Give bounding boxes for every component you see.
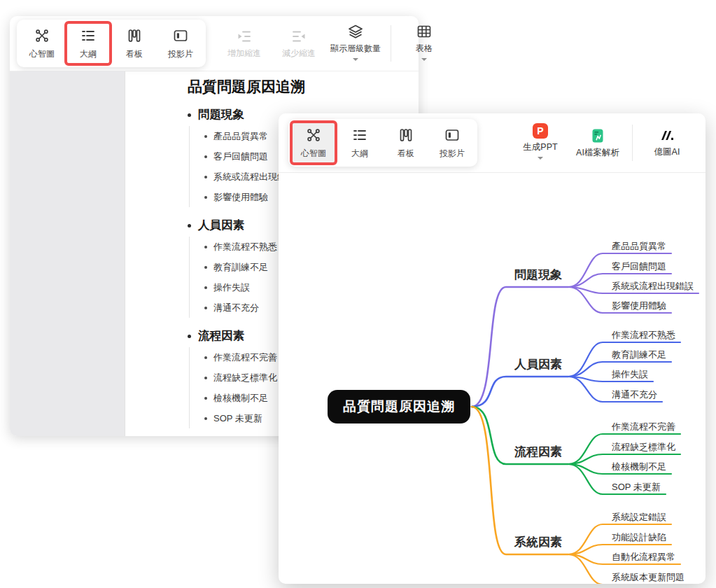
view-tab-group: 心智圖 大綱 看板 <box>288 119 477 167</box>
mindmap-leaf-node[interactable]: 作業流程不熟悉 <box>612 329 675 342</box>
mindmap-topic-node[interactable]: 流程因素 <box>514 444 562 460</box>
tab-mindmap[interactable]: 心智圖 <box>290 121 337 164</box>
action-label: 生成PPT <box>523 141 557 153</box>
mindmap-root-node[interactable]: 品質問題原因追溯 <box>328 390 470 424</box>
mindmap-leaf-node[interactable]: 流程缺乏標準化 <box>612 441 675 454</box>
outline-icon <box>80 27 97 44</box>
kanban-icon <box>126 27 143 44</box>
bullet-icon <box>204 377 207 379</box>
mindmap-leaf-node[interactable]: 客戶回饋問題 <box>612 260 666 273</box>
tab-label: 心智圖 <box>301 148 326 160</box>
tab-label: 看板 <box>398 148 414 160</box>
mindmap-leaf-node[interactable]: SOP 未更新 <box>612 481 661 493</box>
outline-item-label: 溝通不充分 <box>213 302 259 314</box>
bullet-icon <box>204 176 207 178</box>
bullet-icon <box>204 356 207 359</box>
mindmap-leaf-node[interactable]: 教育訓練不足 <box>612 349 666 361</box>
tab-slides[interactable]: 投影片 <box>157 22 204 65</box>
mindmap-leaf-node[interactable]: 影響使用體驗 <box>612 300 666 312</box>
mindmap-leaf-node[interactable]: 檢核機制不足 <box>612 461 666 473</box>
toolbar-actions: P 生成PPT AI檔案解析 <box>512 123 696 162</box>
mindmap-topic-node[interactable]: 問題現象 <box>514 267 562 283</box>
indent-decrease-icon <box>290 28 307 45</box>
table-button[interactable]: 表格 <box>397 20 451 66</box>
ai-document-icon <box>589 127 606 144</box>
action-label: 億圖AI <box>654 146 680 158</box>
mindmap-leaf-node[interactable]: 系統設定錯誤 <box>612 511 666 524</box>
outline-tools: 增加縮進 減少縮進 顯示層級數量 <box>217 20 451 66</box>
tab-label: 大綱 <box>80 48 97 60</box>
mindmap-leaf-node[interactable]: 產品品質異常 <box>612 240 666 253</box>
mindmap-leaf-node[interactable]: 操作失誤 <box>612 368 648 381</box>
bullet-icon <box>188 113 191 117</box>
mindmap-branch-line <box>472 407 568 554</box>
tab-kanban[interactable]: 看板 <box>111 22 157 65</box>
mindmap-leaf-node[interactable]: 功能設計缺陷 <box>612 531 666 544</box>
slides-icon <box>444 127 461 144</box>
mindmap-leaf-node[interactable]: 系統版本更新問題 <box>612 571 685 584</box>
mindmap-window-toolbar: 心智圖 大綱 看板 <box>279 113 706 173</box>
tool-label: 表格 <box>416 43 433 55</box>
bullet-icon <box>204 135 207 138</box>
tab-label: 投影片 <box>168 48 193 60</box>
layers-icon <box>347 23 364 40</box>
bullet-icon <box>204 266 207 269</box>
decrease-indent-button[interactable]: 減少縮進 <box>272 20 326 66</box>
outline-item-label: 作業流程不完善 <box>213 351 277 364</box>
kanban-icon <box>398 127 414 144</box>
increase-indent-button[interactable]: 增加縮進 <box>217 20 272 66</box>
caret-down-icon <box>353 58 358 64</box>
mindmap-icon <box>305 127 322 144</box>
mindmap-icon <box>34 27 50 44</box>
mindmap-canvas[interactable]: 品質問題原因追溯 問題現象產品品質異常客戶回饋問題系統或流程出現錯誤影響使用體驗… <box>279 173 706 584</box>
action-label: AI檔案解析 <box>576 147 619 159</box>
bullet-icon <box>204 286 207 289</box>
tab-label: 投影片 <box>440 148 465 160</box>
ai-file-analysis-button[interactable]: AI檔案解析 <box>569 127 626 159</box>
tab-outline[interactable]: 大綱 <box>65 22 111 65</box>
bullet-icon <box>204 196 207 199</box>
tab-slides[interactable]: 投影片 <box>429 121 475 164</box>
mindmap-topic-node[interactable]: 人員因素 <box>514 356 562 372</box>
table-icon <box>416 23 433 40</box>
outline-icon <box>351 127 368 144</box>
mindmap-leaf-node[interactable]: 作業流程不完善 <box>612 421 675 433</box>
caret-down-icon <box>421 58 427 64</box>
collapsed-side-panel <box>10 71 125 436</box>
toolbar-divider <box>391 25 391 62</box>
tab-kanban[interactable]: 看板 <box>383 121 429 164</box>
edraw-logo-icon <box>658 128 676 144</box>
tab-mindmap[interactable]: 心智圖 <box>19 22 65 65</box>
bullet-icon <box>188 224 191 227</box>
slides-icon <box>172 27 189 44</box>
outline-item-label: 客戶回饋問題 <box>213 150 268 163</box>
bullet-icon <box>204 155 207 158</box>
mindmap-leaf-node[interactable]: 溝通不充分 <box>612 388 657 401</box>
mindmap-leaf-node[interactable]: 系統或流程出現錯誤 <box>612 280 694 293</box>
outline-item-label: 教育訓練不足 <box>213 261 268 274</box>
mindmap-leaf-node[interactable]: 自動化流程異常 <box>612 551 675 564</box>
outline-item-label: 作業流程不熟悉 <box>213 241 277 253</box>
outline-root-title[interactable]: 品質問題原因追溯 <box>188 77 419 97</box>
outline-topic-label: 流程因素 <box>198 328 244 344</box>
outline-item-label: 檢核機制不足 <box>213 392 268 405</box>
tool-label: 增加縮進 <box>227 48 261 59</box>
view-tab-group: 心智圖 大綱 看板 <box>17 20 206 67</box>
outline-item-label: SOP 未更新 <box>213 412 262 425</box>
mindmap-window: 心智圖 大綱 看板 <box>279 113 706 584</box>
tab-outline[interactable]: 大綱 <box>337 121 383 164</box>
indent-increase-icon <box>236 28 253 45</box>
outline-window-toolbar: 心智圖 大綱 看板 <box>10 16 419 71</box>
tool-label: 顯示層級數量 <box>330 43 381 55</box>
bullet-icon <box>204 307 207 309</box>
tool-label: 減少縮進 <box>282 48 316 59</box>
show-level-count-button[interactable]: 顯示層級數量 <box>326 20 385 66</box>
edraw-ai-button[interactable]: 億圖AI <box>638 128 696 158</box>
ppt-icon: P <box>533 123 548 139</box>
bullet-icon <box>204 246 207 248</box>
outline-item-label: 影響使用體驗 <box>213 191 268 204</box>
generate-ppt-button[interactable]: P 生成PPT <box>512 123 569 162</box>
outline-topic-label: 問題現象 <box>198 107 244 122</box>
mindmap-topic-node[interactable]: 系統因素 <box>514 534 562 550</box>
toolbar-divider <box>632 125 633 161</box>
